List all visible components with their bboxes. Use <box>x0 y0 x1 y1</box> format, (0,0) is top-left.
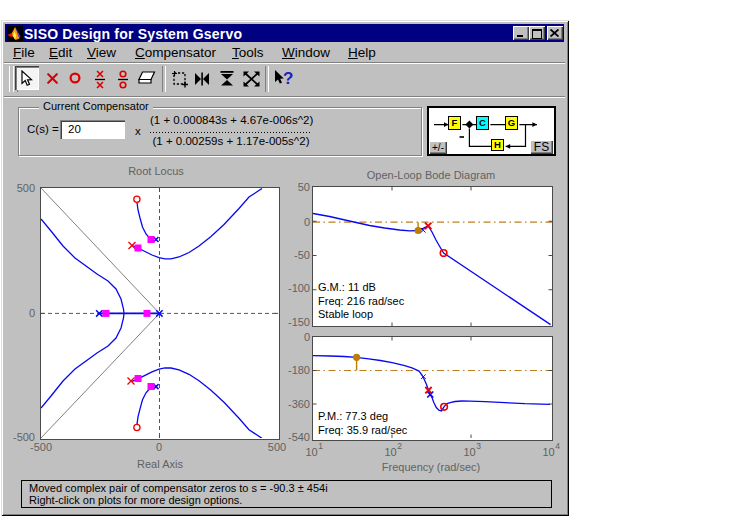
svg-text:?: ? <box>283 69 293 88</box>
